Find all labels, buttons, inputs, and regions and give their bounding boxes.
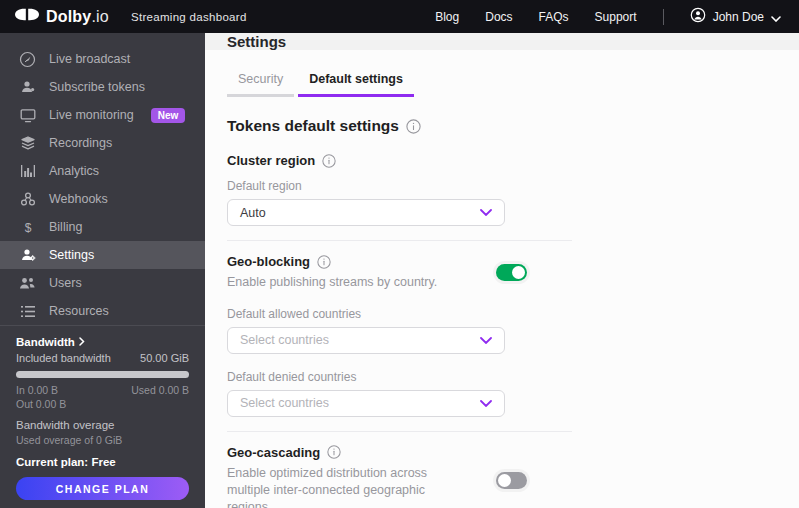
brand-name: Dolby.io	[46, 8, 109, 26]
sidebar-item-label: Users	[49, 276, 82, 290]
current-plan-label: Current plan: Free	[16, 456, 189, 468]
chevron-down-icon	[480, 209, 492, 216]
sidebar-item-analytics[interactable]: Analytics	[0, 157, 205, 185]
dollar-icon: $	[19, 219, 36, 236]
broadcast-icon	[19, 51, 36, 68]
default-allowed-countries-label: Default allowed countries	[227, 307, 799, 321]
sidebar-nav: Live broadcast Subscribe tokens Live mon…	[0, 33, 205, 325]
bandwidth-link[interactable]: Bandwidth	[16, 336, 189, 348]
tab-security[interactable]: Security	[227, 72, 294, 97]
geo-blocking-section: Geo-blocking Enable publishing streams b…	[227, 254, 527, 291]
page-titlebar: Settings	[205, 33, 799, 50]
svg-text:$: $	[24, 221, 31, 235]
bandwidth-progress-bar	[16, 371, 189, 378]
included-bandwidth-label: Included bandwidth	[16, 352, 111, 364]
sidebar-item-live-broadcast[interactable]: Live broadcast	[0, 45, 205, 73]
default-denied-countries-select[interactable]: Select countries	[227, 390, 505, 417]
sidebar-item-recordings[interactable]: Recordings	[0, 129, 205, 157]
sidebar-item-label: Recordings	[49, 136, 112, 150]
toggle-knob	[498, 474, 511, 487]
change-plan-button[interactable]: CHANGE PLAN	[16, 477, 189, 500]
sidebar-item-subscribe-tokens[interactable]: Subscribe tokens	[0, 73, 205, 101]
nav-link-blog[interactable]: Blog	[435, 10, 459, 24]
included-bandwidth-value: 50.00 GiB	[140, 352, 189, 364]
geo-cascading-section: Geo-cascading Enable optimized distribut…	[227, 445, 527, 508]
bandwidth-in-value: In 0.00 B	[16, 384, 58, 396]
webhook-icon	[19, 191, 36, 208]
dolby-mark-icon	[14, 7, 40, 26]
tabs: Security Default settings	[227, 72, 799, 97]
geo-cascading-toggle[interactable]	[496, 472, 527, 489]
chevron-down-icon	[480, 400, 492, 407]
user-token-icon	[19, 79, 36, 96]
geo-cascading-description: Enable optimized distribution across mul…	[227, 465, 465, 508]
monitor-icon	[19, 107, 36, 124]
sidebar-item-label: Billing	[49, 220, 82, 234]
default-region-select[interactable]: Auto	[227, 199, 505, 226]
user-gear-icon	[19, 247, 36, 264]
sidebar-item-label: Live broadcast	[49, 52, 130, 66]
geo-cascading-heading: Geo-cascading	[227, 445, 465, 460]
sidebar-item-label: Webhooks	[49, 192, 108, 206]
chevron-down-icon	[480, 337, 492, 344]
bar-chart-icon	[19, 163, 36, 180]
sidebar-item-label: Settings	[49, 248, 94, 262]
nav-link-faqs[interactable]: FAQs	[539, 10, 569, 24]
bandwidth-overage-detail: Used overage of 0 GiB	[16, 434, 189, 446]
geo-blocking-toggle[interactable]	[496, 264, 527, 281]
info-icon[interactable]	[322, 154, 336, 168]
toggle-knob	[512, 266, 525, 279]
bandwidth-used-value: Used 0.00 B	[131, 384, 189, 396]
nav-link-support[interactable]: Support	[595, 10, 637, 24]
product-name: Streaming dashboard	[131, 11, 247, 23]
sidebar-item-label: Live monitoring	[49, 108, 134, 122]
default-allowed-countries-select[interactable]: Select countries	[227, 327, 505, 354]
chevron-down-icon	[771, 8, 781, 26]
sidebar-item-webhooks[interactable]: Webhooks	[0, 185, 205, 213]
avatar-icon	[690, 7, 706, 27]
sidebar: Live broadcast Subscribe tokens Live mon…	[0, 33, 205, 508]
nav-link-docs[interactable]: Docs	[485, 10, 512, 24]
sidebar-item-label: Subscribe tokens	[49, 80, 145, 94]
main-area: Settings Security Default settings Token…	[205, 33, 799, 508]
section-divider	[227, 431, 572, 432]
tab-default-settings[interactable]: Default settings	[298, 72, 414, 97]
tokens-default-settings-heading: Tokens default settings	[227, 117, 799, 135]
sidebar-item-label: Analytics	[49, 164, 99, 178]
section-divider	[227, 240, 572, 241]
new-badge: New	[151, 108, 186, 123]
denied-countries-placeholder: Select countries	[240, 396, 329, 410]
bandwidth-panel: Bandwidth Included bandwidth 50.00 GiB I…	[0, 325, 205, 508]
top-header: Dolby.io Streaming dashboard Blog Docs F…	[0, 0, 799, 33]
allowed-countries-placeholder: Select countries	[240, 333, 329, 347]
bandwidth-title: Bandwidth	[16, 336, 75, 348]
bandwidth-out-value: Out 0.00 B	[16, 398, 66, 410]
bandwidth-overage-title: Bandwidth overage	[16, 419, 189, 431]
settings-content: Security Default settings Tokens default…	[205, 50, 799, 508]
geo-blocking-description: Enable publishing streams by country.	[227, 274, 465, 291]
default-region-label: Default region	[227, 179, 799, 193]
header-divider	[663, 9, 664, 25]
info-icon[interactable]	[327, 445, 341, 459]
users-icon	[19, 275, 36, 292]
layers-icon	[19, 135, 36, 152]
sidebar-item-settings[interactable]: Settings	[0, 241, 205, 269]
sidebar-item-live-monitoring[interactable]: Live monitoring New	[0, 101, 205, 129]
dolby-logo[interactable]: Dolby.io	[14, 7, 109, 26]
page-title: Settings	[227, 33, 286, 50]
geo-blocking-heading: Geo-blocking	[227, 254, 465, 269]
list-icon	[19, 303, 36, 320]
default-denied-countries-label: Default denied countries	[227, 370, 799, 384]
chevron-right-icon	[79, 336, 85, 348]
top-nav: Blog Docs FAQs Support John Doe	[435, 7, 781, 27]
info-icon[interactable]	[317, 255, 331, 269]
sidebar-item-billing[interactable]: $ Billing	[0, 213, 205, 241]
cluster-region-heading: Cluster region	[227, 153, 799, 168]
user-name: John Doe	[713, 10, 764, 24]
default-region-value: Auto	[240, 206, 266, 220]
sidebar-item-label: Resources	[49, 304, 109, 318]
user-menu[interactable]: John Doe	[690, 7, 781, 27]
sidebar-item-resources[interactable]: Resources	[0, 297, 205, 325]
info-icon[interactable]	[406, 119, 421, 134]
sidebar-item-users[interactable]: Users	[0, 269, 205, 297]
